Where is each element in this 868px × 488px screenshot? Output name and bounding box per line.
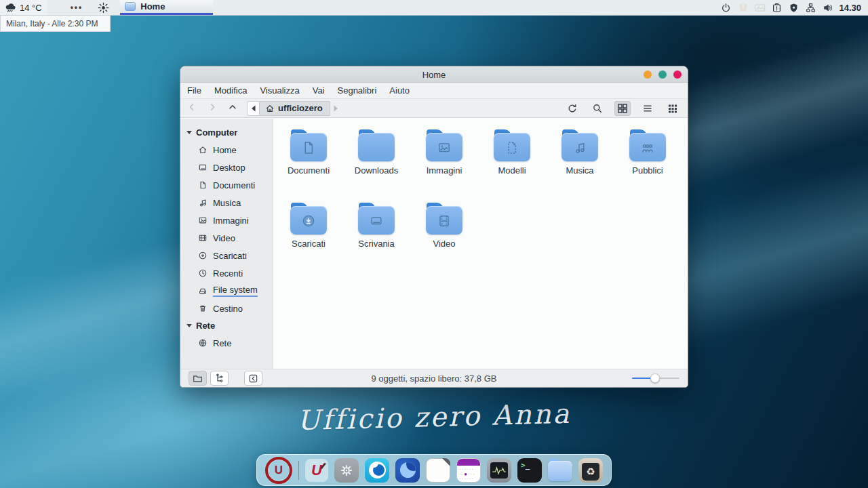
package-update-icon[interactable] — [771, 2, 783, 14]
calendar-grid: ········●········· — [457, 466, 480, 483]
sidebar-item-musica[interactable]: Musica — [180, 194, 273, 211]
folder-item-pubblici[interactable]: Pubblici — [614, 127, 682, 200]
window-body: Computer Home Desktop Documenti Musica — [180, 119, 688, 369]
dock-text-document[interactable] — [426, 458, 450, 483]
folder-icon — [494, 129, 530, 161]
dock-settings[interactable] — [334, 458, 359, 483]
sidebar-item-label: Rete — [213, 338, 231, 348]
folder-icon — [629, 129, 666, 161]
menu-file[interactable]: File — [187, 85, 201, 96]
dock-calendar[interactable]: ········●········· — [456, 458, 481, 483]
dock-separator — [298, 461, 299, 480]
window-titlebar[interactable]: Home — [180, 66, 688, 83]
folder-item-scrivania[interactable]: Scrivania — [342, 200, 410, 273]
sidebar-section-rete[interactable]: Rete — [180, 317, 273, 334]
dock-thunderbird[interactable] — [395, 458, 420, 483]
shield-security-icon[interactable] — [788, 2, 800, 14]
image-glyph-icon — [436, 140, 452, 156]
settings-gear-icon — [339, 463, 354, 478]
sidebar-item-desktop[interactable]: Desktop — [180, 159, 273, 176]
folder-item-documenti[interactable]: Documenti — [275, 127, 342, 200]
breadcrumb-home-segment[interactable]: ufficiozero — [260, 101, 330, 116]
sidebar-item-documenti[interactable]: Documenti — [180, 176, 273, 194]
folder-item-modelli[interactable]: Modelli — [478, 127, 546, 200]
sidebar-item-file-system[interactable]: File system — [180, 282, 273, 300]
trash-bin-icon: ♻ — [582, 463, 599, 481]
network-icon[interactable] — [805, 2, 816, 14]
dock-file-manager[interactable] — [548, 458, 572, 483]
sidebar-item-home[interactable]: Home — [180, 141, 273, 159]
list-view-icon[interactable] — [639, 101, 656, 116]
compact-view-icon[interactable] — [665, 101, 681, 116]
folder-icon — [426, 129, 462, 161]
close-button[interactable] — [673, 70, 682, 79]
sidebar-item-rete[interactable]: Rete — [180, 334, 273, 352]
sidebar-item-recenti[interactable]: Recenti — [180, 264, 273, 282]
dock-ufficiozero-menu[interactable]: U — [265, 457, 292, 484]
desktop-glyph-icon — [368, 213, 384, 229]
desktop: Ufficio zero Anna 14 °C ••• Home — [0, 0, 868, 488]
sidebar-item-label: Musica — [213, 198, 241, 208]
folder-name: Video — [433, 239, 455, 249]
taskbar-item-home[interactable]: Home — [120, 0, 213, 15]
image-icon — [198, 216, 208, 225]
calendar-header — [457, 459, 480, 466]
icon-view-icon[interactable] — [614, 101, 631, 116]
search-icon[interactable] — [589, 101, 606, 116]
dock-system-monitor[interactable] — [487, 458, 511, 483]
menu-segnalibri[interactable]: Segnalibri — [338, 85, 377, 96]
folder-icon — [358, 129, 395, 161]
sidebar-item-cestino[interactable]: Cestino — [180, 300, 273, 317]
panel-menu-dots[interactable]: ••• — [62, 0, 92, 15]
download-icon — [198, 251, 208, 260]
dock-uz-writer[interactable]: U — [305, 459, 328, 482]
folder-view: Documenti Downloads Immagini Modell — [273, 119, 688, 369]
document-icon — [198, 180, 208, 190]
section-label: Computer — [196, 127, 237, 138]
weather-tooltip: Milan, Italy - Alle 2:30 PM — [0, 16, 111, 32]
film-icon — [198, 233, 208, 243]
breadcrumb-scroll-right[interactable] — [330, 101, 342, 116]
volume-icon[interactable] — [822, 2, 833, 14]
weather-widget[interactable]: 14 °C — [0, 0, 47, 15]
folder-item-immagini[interactable]: Immagini — [410, 127, 478, 200]
folder-item-downloads[interactable]: Downloads — [342, 127, 410, 200]
menu-visualizza[interactable]: Visualizza — [260, 85, 299, 96]
panel-clock[interactable]: 14.30 — [839, 3, 861, 13]
back-button[interactable] — [187, 102, 197, 115]
terminal-prompt: > — [521, 461, 526, 470]
trash-icon — [198, 304, 208, 313]
sidebar-item-immagini[interactable]: Immagini — [180, 211, 273, 229]
forward-button[interactable] — [208, 102, 217, 115]
folder-item-video[interactable]: Video — [410, 200, 478, 273]
slider-knob[interactable] — [650, 373, 660, 383]
current-location: ufficiozero — [278, 103, 323, 113]
dock-trash[interactable]: ♻ — [578, 458, 603, 483]
zoom-slider[interactable] — [632, 373, 679, 383]
dock-terminal[interactable]: >_ — [517, 458, 542, 483]
sidebar-item-scaricati[interactable]: Scaricati — [180, 247, 273, 264]
chevron-down-icon — [186, 131, 192, 134]
menu-vai[interactable]: Vai — [313, 85, 325, 96]
dock-web-browser[interactable] — [365, 458, 389, 483]
thunderbird-icon — [400, 462, 416, 478]
reload-icon[interactable] — [564, 101, 580, 116]
folder-item-musica[interactable]: Musica — [546, 127, 614, 200]
menu-modifica[interactable]: Modifica — [214, 85, 247, 96]
sidebar-item-video[interactable]: Video — [180, 229, 273, 247]
screenshot-icon[interactable] — [754, 2, 766, 14]
folder-item-scaricati[interactable]: Scaricati — [275, 200, 342, 273]
folder-icon — [358, 203, 395, 235]
maximize-button[interactable] — [658, 70, 667, 79]
folder-name: Documenti — [288, 165, 330, 176]
ufficiozero-logo-icon[interactable]: U — [737, 2, 749, 14]
minimize-button[interactable] — [644, 70, 652, 79]
brightness-widget[interactable] — [91, 0, 116, 15]
template-glyph-icon — [504, 140, 520, 156]
breadcrumb: ufficiozero — [247, 101, 342, 116]
menu-aiuto[interactable]: Aiuto — [389, 85, 410, 96]
up-button[interactable] — [228, 102, 237, 115]
power-icon[interactable] — [720, 2, 732, 14]
sidebar-section-computer[interactable]: Computer — [180, 124, 273, 141]
breadcrumb-scroll-left[interactable] — [247, 101, 260, 116]
